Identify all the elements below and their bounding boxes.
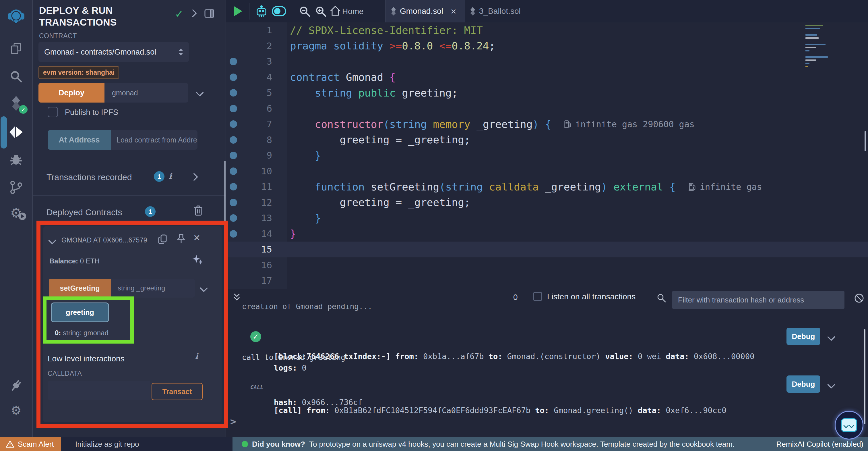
ai-sparkle-icon[interactable] [191,254,204,266]
terminal-search-icon[interactable] [656,293,666,303]
terminal-prompt[interactable]: > [230,416,236,427]
zoom-out-icon[interactable] [299,5,311,18]
home-tab-label[interactable]: Home [342,7,364,16]
init-git-repo-button[interactable]: Initialize as git repo [61,437,232,451]
code-line-17[interactable]: 17 [226,273,868,289]
editor-scrollbar[interactable] [865,131,866,151]
search-icon[interactable] [0,69,32,83]
low-level-interactions-label: Low level interactions [48,354,125,363]
result-index: 0: [55,329,61,337]
git-icon[interactable] [0,180,32,195]
code-line-7[interactable]: 7 constructor(string memory _greeting) {… [226,116,868,132]
plug-icon[interactable] [0,378,32,393]
code-line-1[interactable]: 1// SPDX-License-Identifier: MIT [226,22,868,38]
tx-expand-chevron-icon[interactable] [828,334,834,341]
remix-ai-assistant-button[interactable] [835,411,863,440]
transact-button[interactable]: Transact [152,383,203,400]
deploy-button[interactable]: Deploy [38,83,104,103]
set-greeting-expand-icon[interactable] [201,285,207,292]
code-line-15[interactable]: 15 [226,242,868,257]
deploy-expand-chevron-icon[interactable] [197,90,203,96]
preview-toggle-icon[interactable] [272,6,286,17]
call-log-block[interactable]: [call] from: 0xB1aB62fdFC104512F594fCa0E… [274,382,779,439]
tab-label: Gmonad.sol [400,7,443,16]
scam-alert-label: Scam Alert [18,440,54,449]
instance-collapse-chevron-icon[interactable] [50,237,55,245]
zoom-in-icon[interactable] [315,5,327,18]
pending-creation-log: creation of Gmonad pending... [242,304,372,312]
code-line-9[interactable]: 9 } [226,148,868,164]
code-line-12[interactable]: 12 greeting = _greeting; [226,195,868,210]
debugger-icon[interactable] [0,152,32,167]
tab-close-icon[interactable]: × [451,6,456,16]
publish-ipfs-checkbox[interactable] [48,107,58,117]
editor-area: Home Gmonad.sol × 3_Ballot.sol 1// SPDX-… [226,0,868,437]
code-line-16[interactable]: 16 [226,257,868,273]
listen-all-transactions-checkbox[interactable] [533,292,542,301]
code-line-10[interactable]: 10 [226,164,868,179]
copilot-status-label[interactable]: RemixAI Copilot (enabled) [776,440,863,449]
line-number: 9 [226,150,272,161]
debug-button[interactable]: Debug [786,328,820,345]
home-icon[interactable] [330,5,341,17]
deploy-and-run-icon[interactable] [0,125,32,140]
run-script-play-icon[interactable] [234,6,242,16]
balance-value: 0 ETH [78,257,100,265]
low-level-info-icon[interactable]: i [195,352,198,361]
set-greeting-arg-input[interactable]: string _greeting [111,279,195,298]
transactions-expand-icon[interactable] [191,174,197,181]
file-explorer-icon[interactable] [0,41,32,55]
line-number: 4 [226,72,272,83]
terminal-scrollbar[interactable] [864,329,865,424]
terminal-filter-input[interactable]: Filter with transaction hash or address [672,291,844,309]
copy-address-icon[interactable] [158,234,167,245]
editor-minimap[interactable] [805,25,832,69]
greeting-button[interactable]: greeting [51,303,109,322]
deploy-run-panel: DEPLOY & RUN TRANSACTIONS ✓ CONTRACT Gmo… [33,0,226,437]
debug-button[interactable]: Debug [786,375,820,393]
panel-pin-view-icon[interactable] [205,9,214,18]
compile-success-badge: ✓ [19,105,28,114]
constructor-arg-input[interactable]: gmonad [104,83,188,103]
code-line-8[interactable]: 8 greeting = _greeting; [226,132,868,148]
code-editor[interactable]: 1// SPDX-License-Identifier: MIT2pragma … [226,22,868,289]
code-line-13[interactable]: 13 } [226,210,868,226]
calldata-input[interactable] [48,380,150,400]
ai-robot-icon[interactable] [255,5,268,18]
solidity-compiler-icon[interactable]: ✓ [0,95,32,111]
contract-label: CONTRACT [39,32,77,40]
code-line-3[interactable]: 3 [226,54,868,69]
remove-instance-icon[interactable]: × [193,232,200,243]
plugin-manager-icon[interactable]: ⚙ [0,206,32,220]
clear-instances-trash-icon[interactable] [193,205,203,216]
code-line-6[interactable]: 6 [226,101,868,117]
balance-label: Balance: [50,257,78,265]
tab-3-ballot-sol[interactable]: 3_Ballot.sol [465,0,535,22]
code-line-5[interactable]: 5 string public greeting; [226,85,868,101]
call-expand-chevron-icon[interactable] [828,382,834,389]
settings-icon[interactable]: ⚙ [0,404,32,417]
terminal-collapse-icon[interactable] [232,293,241,302]
contract-select[interactable]: Gmonad - contracts/Gmonad.sol [38,42,189,62]
terminal-panel: 0 Listen on all transactions Filter with… [226,289,868,438]
panel-expand-icon[interactable] [190,10,196,17]
clear-console-icon[interactable] [854,293,865,304]
line-number: 5 [226,87,272,98]
code-line-14[interactable]: 14} [226,226,868,242]
call-note: call to Gmonad.greeting [242,353,345,362]
at-address-button[interactable]: At Address [48,130,111,150]
code-text: // SPDX-License-Identifier: MIT [290,24,483,36]
tab-label: 3_Ballot.sol [479,7,521,16]
at-address-input[interactable]: Load contract from Addre [111,130,197,150]
remix-logo[interactable] [0,7,32,25]
transactions-info-icon[interactable]: i [169,171,172,181]
line-number: 15 [226,244,272,255]
scam-alert-button[interactable]: Scam Alert [0,437,61,451]
tab-gmonad-sol[interactable]: Gmonad.sol × [385,0,465,22]
pin-instance-icon[interactable] [176,233,186,245]
code-line-11[interactable]: 11 function setGreeting(string calldata … [226,179,868,195]
code-line-2[interactable]: 2pragma solidity >=0.8.0 <=0.8.24; [226,38,868,54]
line-number: 6 [226,103,272,114]
code-line-4[interactable]: 4contract Gmonad { [226,69,868,85]
set-greeting-button[interactable]: setGreeting [49,279,111,298]
